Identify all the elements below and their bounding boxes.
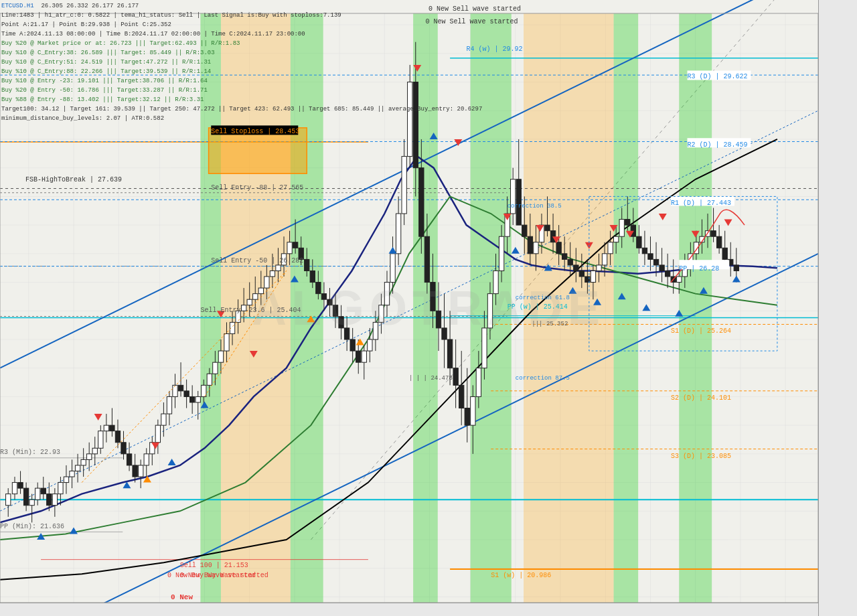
price-axis [818,0,857,616]
info-line6: Buy %10 @ C_Entry:51: 24.519 ||| Target:… [1,58,482,67]
info-line1: Line:1483 | h1_atr_c:0: 0.5822 | tema_h1… [1,11,482,20]
info-block: ETCUSD.H1 26.305 26.332 26.177 26.177 Li… [1,1,482,123]
info-line12: minimum_distance_buy_levels: 2.07 | ATR:… [1,114,482,123]
chart-container: ALGOTRADE ETCUSD.H1 26.305 26.332 26.177… [0,0,857,616]
info-line5: Buy %10 @ C_Entry:38: 26.589 ||| Target:… [1,48,482,58]
info-line2: Point A:21.17 | Point B:29.938 | Point C… [1,20,482,29]
info-line11: Target100: 34.12 | Target 161: 39.539 ||… [1,104,482,114]
info-line8: Buy %10 @ Entry -23: 19.101 ||| Target:3… [1,76,482,86]
info-line9: Buy %20 @ Entry -50: 16.786 ||| Target:3… [1,86,482,95]
info-line10: Buy %88 @ Entry -88: 13.402 ||| Target:3… [1,95,482,104]
info-line7: Buy %10 @ C_Entry:88: 22.266 ||| Target:… [1,67,482,76]
time-axis [0,603,818,616]
info-line3: Time A:2024.11.13 08:00:00 | Time B:2024… [1,29,482,39]
info-line4: Buy %20 @ Market price or at: 26.723 |||… [1,39,482,48]
symbol-line: ETCUSD.H1 26.305 26.332 26.177 26.177 [1,1,482,11]
